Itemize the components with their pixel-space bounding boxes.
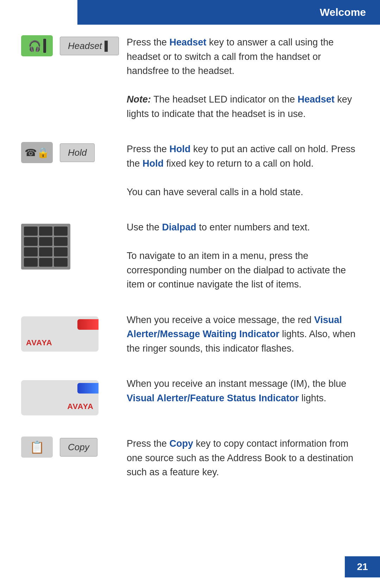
hold-icons: ☎🔒 Hold [21,142,127,163]
hold-label-button: Hold [60,143,95,162]
alerter-blue-icons: AVAYA [21,377,127,415]
dialpad-key-5 [39,237,53,246]
dialpad-icons [21,220,127,270]
avaya-label-blue: AVAYA [67,402,94,411]
copy-icons: 📋 Copy [21,437,127,458]
headset-row: 🎧 Headset ▌ Press the Headset key to ans… [21,35,359,121]
dialpad-box [21,224,70,270]
hold-icon-box: ☎🔒 [21,142,53,163]
header-bar: Welcome [77,0,380,25]
dialpad-row: Use the Dialpad to enter numbers and tex… [21,220,359,292]
dialpad-key-0 [39,258,53,267]
copy-symbol: 📋 [30,440,44,454]
alerter-red-icons: AVAYA [21,313,127,352]
headset-note-highlight: Headset [298,94,335,105]
dialpad-key-2 [39,227,53,236]
alerter-red-highlight: Visual Alerter/Message Waiting Indicator [127,315,342,340]
alerter-red-strip [77,319,99,330]
headset-symbol: 🎧 [28,40,41,52]
headset-note-label: Note: [127,94,151,105]
copy-text: Press the Copy key to copy contact infor… [127,437,359,479]
dialpad-key-star [24,258,38,267]
headset-label-button: Headset ▌ [60,37,119,55]
headset-led [43,39,46,53]
headset-icons: 🎧 Headset ▌ [21,35,127,56]
page-number-box: 21 [345,556,380,577]
copy-highlight: Copy [170,438,194,449]
alerter-blue-strip [77,383,99,394]
copy-row: 📋 Copy Press the Copy key to copy contac… [21,437,359,479]
dialpad-text: Use the Dialpad to enter numbers and tex… [127,220,359,292]
copy-label-button: Copy [60,438,97,457]
dialpad-key-4 [24,237,38,246]
hold-highlight-1: Hold [170,144,191,154]
dialpad-key-9 [54,247,68,256]
alerter-blue-row: AVAYA When you receive an instant messag… [21,377,359,415]
dialpad-key-1 [24,227,38,236]
content-area: 🎧 Headset ▌ Press the Headset key to ans… [0,0,380,479]
header-title: Welcome [320,6,366,18]
alerter-blue-text: When you receive an instant message (IM)… [127,377,359,405]
headset-highlight: Headset [170,37,207,48]
dialpad-key-8 [39,247,53,256]
copy-icon-box: 📋 [21,437,53,458]
alerter-red-row: AVAYA When you receive a voice message, … [21,313,359,356]
dialpad-key-6 [54,237,68,246]
alerter-blue-box: AVAYA [21,380,99,415]
dialpad-highlight: Dialpad [162,222,197,233]
page-number: 21 [357,561,368,572]
headset-text: Press the Headset key to answer a call u… [127,35,359,121]
avaya-label-red: AVAYA [26,338,52,347]
alerter-red-text: When you receive a voice message, the re… [127,313,359,356]
alerter-red-box: AVAYA [21,316,99,352]
headset-icon-box: 🎧 [21,35,53,56]
alerter-blue-highlight: Visual Alerter/Feature Status Indicator [127,393,299,403]
dialpad-key-hash [54,258,68,267]
hold-text: Press the Hold key to put an active call… [127,142,359,199]
dialpad-key-3 [54,227,68,236]
hold-row: ☎🔒 Hold Press the Hold key to put an act… [21,142,359,199]
dialpad-key-7 [24,247,38,256]
hold-symbol: ☎🔒 [25,147,49,159]
hold-highlight-2: Hold [142,158,164,169]
